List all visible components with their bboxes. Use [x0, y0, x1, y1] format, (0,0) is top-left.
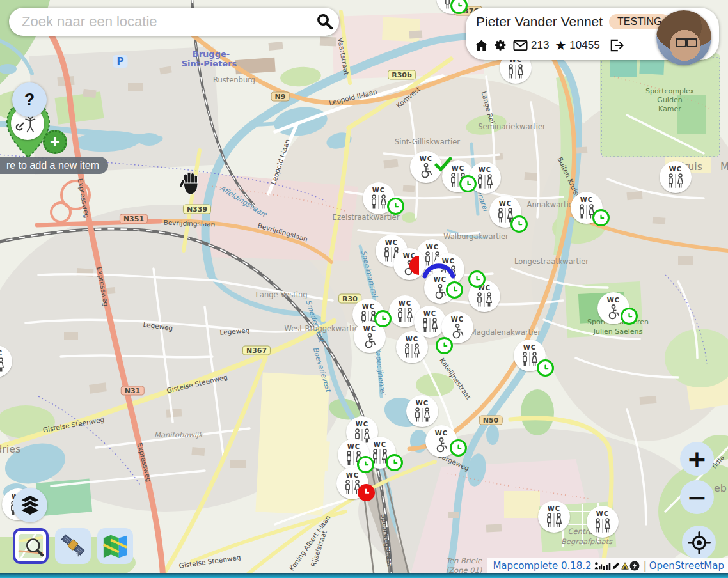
zoom-in-button[interactable]: +	[680, 442, 714, 476]
open-hours-badge-green	[387, 198, 404, 215]
wc-marker-label: WC	[362, 304, 375, 310]
layers-icon	[19, 494, 42, 517]
message-count: 213	[531, 39, 549, 52]
open-hours-badge-green	[450, 439, 467, 457]
wc-marker-label: WC	[416, 400, 429, 407]
open-hours-badge-green	[459, 175, 477, 192]
wc-marker-label: WC	[479, 167, 491, 173]
messages-button[interactable]: 213	[513, 39, 549, 52]
changeset-count: 10455	[569, 39, 599, 52]
contributor-icon	[594, 561, 603, 570]
logout-button[interactable]	[610, 39, 624, 52]
geolocate-button[interactable]	[682, 526, 716, 559]
wc-marker[interactable]: WC	[538, 501, 570, 533]
closed-badge-red	[358, 484, 375, 501]
open-hours-badge-green	[374, 310, 392, 327]
crosshair-icon	[688, 531, 711, 554]
wc-marker-label: WC	[423, 311, 436, 317]
wc-marker-label: WC	[548, 506, 560, 512]
home-button[interactable]	[475, 39, 488, 52]
add-plus-button[interactable]: +	[43, 130, 67, 154]
osm-link[interactable]: OpenStreetMap	[649, 560, 724, 572]
road-ref-badge: N9	[271, 92, 290, 102]
wc-marker-label: WC	[374, 442, 386, 448]
background-chooser	[13, 528, 133, 564]
wc-marker-label: WC	[499, 201, 512, 207]
user-avatar[interactable]	[656, 10, 711, 65]
wc-marker-label: WC	[523, 345, 536, 351]
wc-marker-label: WC	[399, 301, 411, 307]
folded-map-icon	[102, 533, 129, 559]
wc-marker-label: WC	[363, 326, 376, 332]
open-hours-badge-green	[450, 0, 468, 14]
open-hours-badge-green	[446, 281, 463, 299]
settings-button[interactable]	[494, 38, 507, 52]
background-option-satellite[interactable]	[55, 528, 91, 564]
logout-icon	[610, 39, 624, 52]
changesets-button[interactable]: ★ 10455	[555, 39, 599, 52]
search-button[interactable]	[311, 8, 339, 36]
verified-check-badge	[434, 156, 453, 173]
app-version-link[interactable]: Mapcomplete 0.18.2	[493, 560, 591, 572]
hand-cursor-icon	[180, 171, 202, 198]
open-hours-badge-green	[436, 337, 453, 354]
road-ref-badge: N339	[183, 205, 211, 214]
open-hours-badge-green	[510, 215, 528, 233]
search-icon	[316, 13, 334, 31]
page-bottom-bar	[0, 573, 728, 578]
mapcomplete-app: Brugge-Sint-PietersRustenburgVaartstraat…	[0, 0, 728, 578]
background-option-map[interactable]	[13, 528, 49, 564]
star-icon: ★	[555, 39, 566, 52]
home-icon	[475, 39, 488, 52]
attribution-bar: Mapcomplete 0.18.2 | OpenStreet	[487, 558, 728, 573]
background-option-topo-map[interactable]	[97, 528, 133, 564]
wc-marker-label: WC	[580, 197, 593, 203]
open-hours-badge-green	[537, 359, 554, 377]
blue-direction-arc	[422, 257, 456, 281]
open-hours-badge-green	[468, 270, 486, 288]
wc-marker-label: WC	[346, 473, 359, 479]
envelope-icon	[513, 40, 528, 51]
changes-icon	[629, 561, 640, 571]
road-ref-badge: P	[113, 55, 128, 68]
road-ref-badge: N367	[242, 346, 271, 355]
wc-marker-label: WC	[372, 187, 385, 194]
wc-marker-label: WC	[356, 421, 368, 428]
road-ref-badge: R30b	[388, 70, 416, 80]
wc-marker[interactable]: WC	[660, 161, 692, 193]
wc-marker-label: WC	[452, 166, 464, 172]
user-name: Pieter Vander Vennet	[476, 14, 603, 29]
wc-marker-label: WC	[420, 156, 432, 162]
help-button[interactable]: ?	[12, 82, 47, 117]
wc-marker-label: WC	[596, 511, 609, 517]
wc-marker-label: WC	[607, 297, 620, 304]
road-ref-badge: N50	[479, 416, 503, 425]
add-item-tooltip: re to add a new item	[0, 157, 108, 174]
open-hours-badge-green	[386, 454, 403, 471]
layers-button[interactable]	[13, 488, 47, 522]
road-ref-badge: N31	[121, 386, 145, 396]
attribution-icons	[594, 561, 640, 571]
satellite-icon	[59, 533, 86, 559]
wc-marker[interactable]: WC	[406, 395, 438, 427]
search-input[interactable]	[9, 13, 311, 30]
road-ref-badge: N351	[120, 214, 148, 224]
theme-icon	[621, 561, 629, 570]
osm-map-icon	[17, 533, 44, 559]
wc-marker-label: WC	[451, 316, 464, 323]
attribution-separator: |	[644, 560, 647, 572]
open-hours-badge-green	[357, 456, 374, 473]
gear-icon	[494, 38, 507, 52]
wc-marker[interactable]: WC	[396, 331, 428, 363]
wc-marker-label: WC	[435, 430, 448, 437]
wc-marker-label: WC	[669, 166, 682, 173]
pencil-icon	[612, 561, 621, 570]
stats-icon	[603, 561, 612, 570]
wc-marker[interactable]: WC	[587, 506, 619, 538]
location-search-bar	[9, 8, 339, 36]
wc-marker-label: WC	[0, 350, 3, 357]
zoom-out-button[interactable]: −	[680, 480, 714, 514]
wc-marker-label: WC	[347, 444, 360, 450]
wc-marker-label: WC	[426, 244, 439, 251]
open-hours-badge-green	[621, 308, 638, 325]
